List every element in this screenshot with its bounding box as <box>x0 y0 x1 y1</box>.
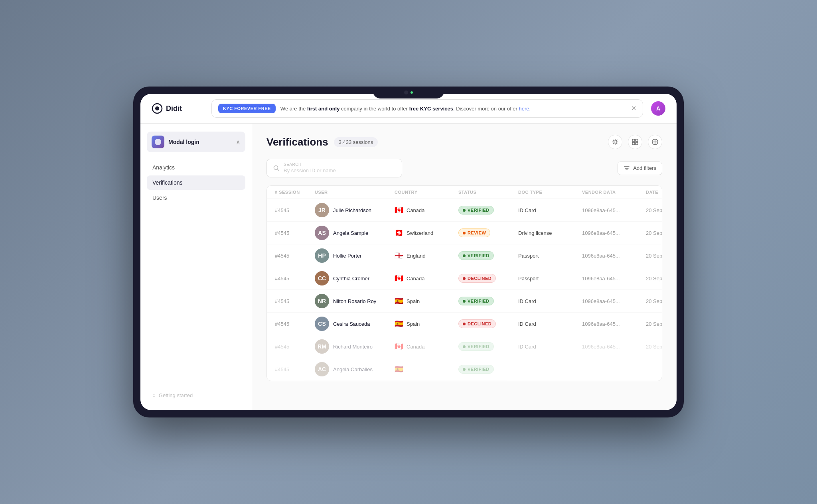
status-cell: VERIFIED <box>458 251 518 260</box>
user-avatar-sm: AC <box>315 362 329 376</box>
table-row[interactable]: #4545 RM Richard Monteiro 🇨🇦 Canada VERI… <box>267 335 662 358</box>
sidebar-item-verifications[interactable]: Verifications <box>147 175 245 190</box>
user-avatar-sm: NR <box>315 294 329 308</box>
vendor-data: 1096e8aa-645... <box>582 230 646 236</box>
svg-rect-5 <box>632 142 635 145</box>
project-selector[interactable]: Modal login ∧ <box>147 132 245 152</box>
country-cell: 🇪🇸 Spain <box>395 297 458 305</box>
table-row[interactable]: #4545 HP Hollie Porter 🏴󠁧󠁢󠁥󠁮󠁧󠁿 England V… <box>267 244 662 267</box>
svg-rect-4 <box>635 139 638 142</box>
country-flag: 🇪🇸 <box>395 319 403 328</box>
col-country: COUNTRY <box>395 190 458 195</box>
header-actions <box>608 135 662 149</box>
page-title: Verifications <box>266 136 328 148</box>
logo: Didit <box>152 103 203 114</box>
country-flag: 🇪🇸 <box>395 365 403 374</box>
sidebar-item-users[interactable]: Users <box>147 191 245 205</box>
session-id: #4545 <box>275 366 315 372</box>
getting-started-label: Getting started <box>159 392 193 398</box>
table-row[interactable]: #4545 AS Angela Sample 🇨🇭 Switzerland RE… <box>267 222 662 244</box>
status-cell: VERIFIED <box>458 206 518 215</box>
status-dot <box>463 300 466 303</box>
table-row[interactable]: #4545 NR Nilton Rosario Roy 🇪🇸 Spain VER… <box>267 290 662 313</box>
status-cell: VERIFIED <box>458 297 518 305</box>
user-avatar[interactable]: A <box>651 101 665 116</box>
table-row[interactable]: #4545 CC Cynthia Cromer 🇨🇦 Canada DECLIN… <box>267 267 662 290</box>
session-id: #4545 <box>275 321 315 327</box>
date: 20 Sep 12:54 <box>646 253 662 259</box>
page-title-area: Verifications 3,433 sessions <box>266 136 378 148</box>
chevron-up-icon: ∧ <box>236 138 241 146</box>
country-flag: 🇨🇦 <box>395 274 403 283</box>
col-status: STATUS <box>458 190 518 195</box>
verifications-table: # SESSION USER COUNTRY STATUS DOC TYPE V… <box>266 185 662 381</box>
table-row[interactable]: #4545 AC Angela Carballes 🇪🇸 VERIFIED <box>267 358 662 381</box>
page-header: Verifications 3,433 sessions <box>266 135 662 149</box>
vendor-data: 1096e8aa-645... <box>582 207 646 213</box>
doc-type: ID Card <box>518 298 582 304</box>
session-id: #4545 <box>275 253 315 259</box>
settings-button[interactable] <box>608 135 622 149</box>
date: 20 Sep 12:54 <box>646 298 662 304</box>
country-name: Spain <box>407 321 420 327</box>
sidebar-item-analytics[interactable]: Analytics <box>147 160 245 175</box>
country-name: Canada <box>407 344 425 350</box>
country-flag: 🏴󠁧󠁢󠁥󠁮󠁧󠁿 <box>395 251 403 260</box>
status-badge: REVIEW <box>458 228 490 237</box>
kyc-free-button[interactable]: KYC FOREVER FREE <box>218 104 276 113</box>
add-filters-button[interactable]: Add filters <box>618 161 662 175</box>
search-input-wrap[interactable]: SEARCH By session ID or name <box>266 159 402 177</box>
date: 20 Sep 12:54 <box>646 276 662 282</box>
col-doc-type: DOC TYPE <box>518 190 582 195</box>
table-row[interactable]: #4545 CS Cesira Sauceda 🇪🇸 Spain DECLINE… <box>267 313 662 335</box>
status-badge: VERIFIED <box>458 297 494 305</box>
user-cell: NR Nilton Rosario Roy <box>315 294 395 308</box>
status-dot <box>463 345 466 348</box>
device-frame: Didit KYC FOREVER FREE We are the first … <box>133 87 684 417</box>
status-cell: DECLINED <box>458 274 518 283</box>
country-name: Canada <box>407 276 425 282</box>
status-dot <box>463 232 466 234</box>
country-flag: 🇨🇦 <box>395 206 403 215</box>
getting-started-icon: ○ <box>152 392 156 398</box>
search-placeholder: By session ID or name <box>284 167 336 173</box>
vendor-data: 1096e8aa-645... <box>582 276 646 282</box>
add-button[interactable] <box>648 135 662 149</box>
user-name: Hollie Porter <box>333 253 362 259</box>
user-cell: AS Angela Sample <box>315 226 395 240</box>
doc-type: Passport <box>518 253 582 259</box>
main-layout: Modal login ∧ Analytics Verifications Us… <box>140 124 677 410</box>
gallery-button[interactable] <box>628 135 642 149</box>
date: 20 Sep 12:54 <box>646 344 662 350</box>
status-dot <box>463 254 466 257</box>
banner-text: We are the first and only company in the… <box>280 106 626 112</box>
user-avatar-sm: CS <box>315 317 329 331</box>
table-header: # SESSION USER COUNTRY STATUS DOC TYPE V… <box>267 186 662 199</box>
user-avatar-sm: AS <box>315 226 329 240</box>
date: 20 Sep 12:54 <box>646 321 662 327</box>
session-id: #4545 <box>275 230 315 236</box>
getting-started-link[interactable]: ○ Getting started <box>147 388 245 402</box>
banner-link[interactable]: here <box>519 106 529 112</box>
vendor-data: 1096e8aa-645... <box>582 253 646 259</box>
vendor-data: 1096e8aa-645... <box>582 321 646 327</box>
search-label: SEARCH <box>284 162 336 167</box>
search-bar: SEARCH By session ID or name Add filters <box>266 159 662 177</box>
table-row[interactable]: #4545 JR Julie Richardson 🇨🇦 Canada VERI… <box>267 199 662 222</box>
country-flag: 🇨🇭 <box>395 228 403 237</box>
country-name: Canada <box>407 207 425 213</box>
user-name: Angela Carballes <box>333 366 373 372</box>
doc-type: Passport <box>518 276 582 282</box>
country-name: England <box>407 253 426 259</box>
status-cell: DECLINED <box>458 319 518 328</box>
banner-close-button[interactable]: ✕ <box>631 105 636 112</box>
sidebar: Modal login ∧ Analytics Verifications Us… <box>140 124 252 410</box>
country-cell: 🇨🇦 Canada <box>395 274 458 283</box>
svg-point-2 <box>614 141 616 143</box>
country-cell: 🇪🇸 <box>395 365 458 374</box>
vendor-data: 1096e8aa-645... <box>582 344 646 350</box>
project-icon-inner <box>155 139 161 145</box>
gallery-icon <box>632 139 638 145</box>
add-filters-label: Add filters <box>633 165 656 171</box>
country-cell: 🇨🇦 Canada <box>395 342 458 351</box>
